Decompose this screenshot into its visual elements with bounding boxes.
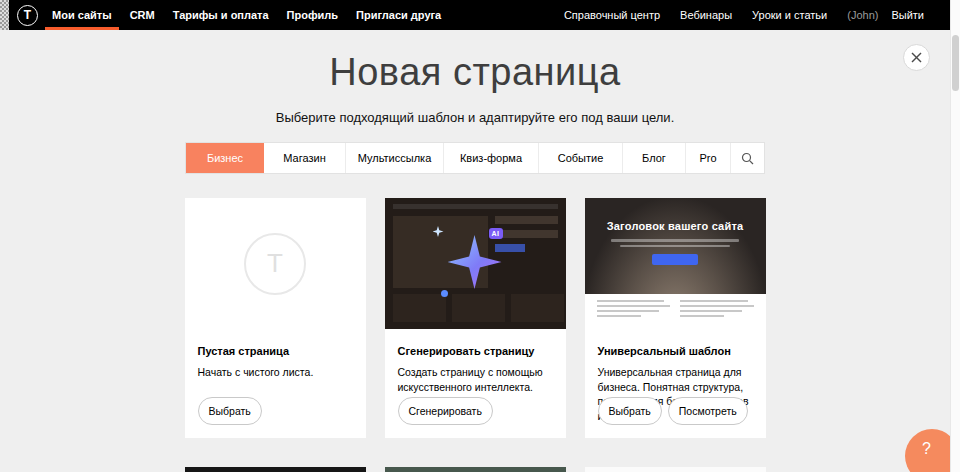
select-blank-button[interactable]: Выбрать xyxy=(198,397,262,425)
watermark-letter: T xyxy=(267,248,283,279)
close-button[interactable] xyxy=(903,44,930,71)
nav-webinars[interactable]: Вебинары xyxy=(670,9,742,21)
next-templates-row xyxy=(185,467,766,472)
ai-template-thumbnail: AI xyxy=(385,198,566,329)
tab-blog[interactable]: Блог xyxy=(623,143,686,173)
tab-shop[interactable]: Магазин xyxy=(264,143,346,173)
help-button-label: ? xyxy=(922,440,931,458)
nav-my-sites[interactable]: Мои сайты xyxy=(43,0,121,30)
user-box: (John)Выйти xyxy=(837,9,944,21)
blank-template-thumbnail: T xyxy=(185,198,366,329)
template-card-universal: Заголовок вашего сайта Универсальный шаб… xyxy=(585,198,766,438)
mini-text-column xyxy=(680,300,754,329)
edge-pattern-decoration xyxy=(0,0,9,30)
new-page-modal: Новая страница Выберите подходящий шабло… xyxy=(0,30,950,472)
tab-search[interactable] xyxy=(731,143,764,173)
tilda-watermark-icon: T xyxy=(244,233,306,295)
nav-tariffs[interactable]: Тарифы и оплата xyxy=(164,0,278,30)
ai-badge: AI xyxy=(489,228,503,239)
mini-cta-button xyxy=(652,254,698,265)
nav-profile[interactable]: Профиль xyxy=(278,0,347,30)
template-cards: T Пустая страница Начать с чистого листа… xyxy=(185,198,766,438)
page-subtitle: Выберите подходящий шаблон и адаптируйте… xyxy=(0,110,950,125)
card-title: Сгенерировать страницу xyxy=(398,345,553,357)
mini-text-column xyxy=(597,300,671,329)
page-title: Новая страница xyxy=(0,51,950,93)
nav-lessons[interactable]: Уроки и статьи xyxy=(742,9,837,21)
card-actions: Выбрать Посмотреть xyxy=(598,397,748,425)
card-title: Универсальный шаблон xyxy=(598,345,753,357)
mini-text-line xyxy=(620,245,730,248)
mini-text-line xyxy=(611,239,739,242)
template-category-tabs: Бизнес Магазин Мультиссылка Квиз-форма С… xyxy=(185,142,765,174)
nav-invite-friend[interactable]: Пригласи друга xyxy=(347,0,450,30)
card-description: Создать страницу с помощью искусственног… xyxy=(398,365,553,394)
template-thumbnail-partial xyxy=(185,467,366,472)
tab-business[interactable]: Бизнес xyxy=(186,143,264,173)
template-card-ai: AI Сгенерировать страницу Создать страни… xyxy=(385,198,566,438)
template-thumbnail-partial xyxy=(585,467,766,472)
secondary-nav: Справочный центр Вебинары Уроки и статьи… xyxy=(554,9,944,21)
mini-text-section xyxy=(585,294,766,329)
main-nav: Мои сайты CRM Тарифы и оплата Профиль Пр… xyxy=(43,0,450,30)
close-icon xyxy=(911,52,922,63)
tab-event[interactable]: Событие xyxy=(539,143,623,173)
tab-quiz-form[interactable]: Квиз-форма xyxy=(444,143,539,173)
card-body: Сгенерировать страницу Создать страницу … xyxy=(385,329,566,394)
nav-crm[interactable]: CRM xyxy=(121,0,164,30)
select-universal-button[interactable]: Выбрать xyxy=(598,397,662,425)
scrollbar[interactable] xyxy=(950,0,960,472)
card-actions: Сгенерировать xyxy=(398,397,493,425)
template-thumbnail-partial xyxy=(385,467,566,472)
card-actions: Выбрать xyxy=(198,397,262,425)
logout-link[interactable]: Выйти xyxy=(881,9,934,21)
tilda-logo[interactable]: T xyxy=(17,5,38,26)
card-body: Пустая страница Начать с чистого листа. xyxy=(185,329,366,380)
mini-hero-heading: Заголовок вашего сайта xyxy=(585,198,766,232)
top-bar: T Мои сайты CRM Тарифы и оплата Профиль … xyxy=(0,0,952,30)
nav-help-center[interactable]: Справочный центр xyxy=(554,9,670,21)
template-card-blank: T Пустая страница Начать с чистого листа… xyxy=(185,198,366,438)
preview-universal-button[interactable]: Посмотреть xyxy=(668,397,748,425)
scrollbar-thumb[interactable] xyxy=(952,35,959,91)
tilda-logo-letter: T xyxy=(24,8,31,22)
card-description: Начать с чистого листа. xyxy=(198,365,353,380)
card-title: Пустая страница xyxy=(198,345,353,357)
user-name: (John) xyxy=(847,9,878,21)
search-icon xyxy=(741,152,754,165)
sparkle-dot-icon xyxy=(441,290,448,297)
tab-multilink[interactable]: Мультиссылка xyxy=(346,143,444,173)
tab-pro[interactable]: Pro xyxy=(686,143,731,173)
generate-button[interactable]: Сгенерировать xyxy=(398,397,493,425)
mini-hero-section: Заголовок вашего сайта xyxy=(585,198,766,294)
universal-template-thumbnail: Заголовок вашего сайта xyxy=(585,198,766,329)
